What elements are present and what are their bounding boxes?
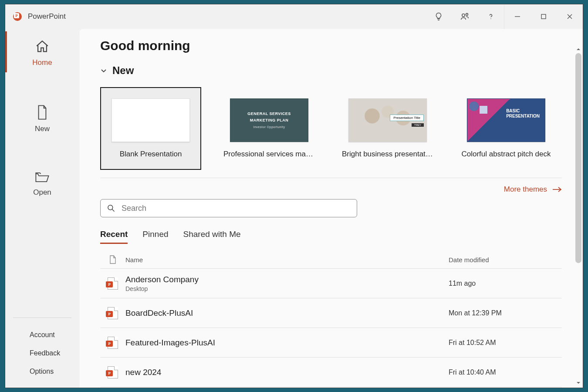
file-name: Featured-Images-PlusAI: [125, 338, 449, 348]
sidebar-item-label: New: [35, 125, 50, 133]
file-date: Fri at 10:40 AM: [449, 368, 562, 376]
thumb-subtext: Investor Opportunity: [253, 125, 285, 129]
scrollbar-thumb[interactable]: [575, 53, 581, 263]
file-name: new 2024: [125, 368, 449, 377]
sidebar-divider: [13, 318, 71, 318]
svg-point-8: [108, 205, 113, 210]
file-icon: P: [100, 366, 125, 378]
main-content: Good morning New Blank Presentation GENE…: [79, 29, 583, 388]
arrow-right-icon: [552, 186, 562, 193]
file-row[interactable]: PBoardDeck-PlusAIMon at 12:39 PM: [100, 298, 562, 328]
sidebar-item-label: Home: [32, 58, 52, 67]
header-name[interactable]: Name: [125, 256, 449, 264]
help-button[interactable]: [478, 4, 504, 29]
thumb-tag: Presentation Title: [390, 115, 424, 121]
thumb-text: GENERAL SERVICES: [247, 112, 291, 117]
minimize-icon: [514, 13, 521, 20]
file-name-cell: Featured-Images-PlusAI: [125, 338, 449, 348]
file-icon: P: [100, 307, 125, 319]
sidebar-bottom: Account Feedback Options: [5, 318, 79, 381]
ideas-button[interactable]: [426, 4, 452, 29]
maximize-button[interactable]: [531, 4, 557, 29]
file-row[interactable]: PFeatured-Images-PlusAIFri at 10:52 AM: [100, 328, 562, 358]
template-label: Colorful abstract pitch deck: [461, 150, 551, 159]
file-list: Name Date modified PAnderson CompanyDesk…: [100, 252, 562, 387]
sidebar-item-label: Open: [33, 188, 51, 197]
maximize-icon: [541, 14, 547, 20]
scroll-down-button[interactable]: [575, 380, 581, 386]
file-name: Anderson Company: [125, 275, 449, 284]
app-name: PowerPoint: [28, 12, 66, 21]
file-icon: P: [100, 277, 125, 290]
thumb-text: MARKETING PLAN: [250, 118, 289, 123]
home-icon: [35, 39, 50, 54]
file-name-cell: new 2024: [125, 368, 449, 377]
svg-point-2: [490, 18, 491, 19]
tab-pinned[interactable]: Pinned: [142, 230, 168, 244]
thumb-text-line: BASIC: [506, 108, 520, 113]
file-tabs: Recent Pinned Shared with Me: [100, 230, 562, 244]
thumb-text: BASIC PRESENTATION: [506, 108, 540, 119]
search-box[interactable]: [100, 199, 357, 217]
file-list-header: Name Date modified: [100, 252, 562, 269]
sidebar-item-new[interactable]: New: [5, 94, 79, 141]
close-button[interactable]: [557, 4, 583, 29]
window-caption-buttons: [426, 4, 583, 29]
file-icon: P: [100, 337, 125, 349]
sidebar: Home New Open Account Feedback Options: [5, 29, 79, 388]
sidebar-link-options[interactable]: Options: [5, 362, 79, 381]
new-section-header[interactable]: New: [100, 64, 562, 77]
main-pane: Good morning New Blank Presentation GENE…: [79, 29, 583, 388]
file-name-cell: Anderson CompanyDesktop: [125, 275, 449, 292]
titlebar: PowerPoint: [5, 4, 583, 29]
document-icon: [36, 105, 49, 120]
sidebar-item-home[interactable]: Home: [5, 29, 79, 75]
people-icon: [460, 11, 470, 22]
template-thumb: GENERAL SERVICES MARKETING PLAN Investor…: [230, 98, 308, 142]
section-title: New: [112, 64, 134, 77]
template-thumb: Presentation Title TREY: [348, 98, 427, 142]
document-icon: [109, 255, 116, 264]
template-label: Professional services marke…: [223, 150, 315, 159]
svg-line-9: [112, 210, 115, 212]
file-location: Desktop: [125, 285, 449, 292]
file-date: Mon at 12:39 PM: [449, 309, 562, 317]
template-blank[interactable]: Blank Presentation: [100, 87, 201, 170]
file-name-cell: BoardDeck-PlusAI: [125, 308, 449, 318]
scroll-up-button[interactable]: [575, 46, 581, 52]
file-date: Fri at 10:52 AM: [449, 339, 562, 347]
app-brand: PowerPoint: [5, 12, 66, 21]
file-row[interactable]: PAnderson CompanyDesktop11m ago: [100, 269, 562, 298]
minimize-button[interactable]: [504, 4, 531, 29]
template-label: Bright business presentation: [342, 150, 433, 159]
search-input[interactable]: [122, 204, 357, 213]
template-thumb: [112, 98, 190, 142]
header-date[interactable]: Date modified: [449, 256, 562, 264]
sidebar-link-account[interactable]: Account: [5, 326, 79, 344]
svg-point-0: [462, 14, 465, 17]
page-title: Good morning: [100, 38, 562, 53]
sidebar-link-feedback[interactable]: Feedback: [5, 344, 79, 362]
more-themes-link[interactable]: More themes: [100, 178, 562, 197]
file-date: 11m ago: [449, 280, 562, 287]
chevron-down-icon: [100, 67, 107, 74]
thumb-art: [469, 101, 491, 123]
thumb-brand: TREY: [412, 123, 424, 127]
powerpoint-app-icon: [13, 12, 22, 21]
more-themes-label: More themes: [504, 185, 547, 194]
file-name: BoardDeck-PlusAI: [125, 308, 449, 318]
template-marketing[interactable]: GENERAL SERVICES MARKETING PLAN Investor…: [219, 87, 320, 170]
file-row[interactable]: Pnew 2024Fri at 10:40 AM: [100, 358, 562, 387]
app-window: PowerPoint: [5, 4, 583, 388]
tab-shared[interactable]: Shared with Me: [183, 230, 241, 244]
template-abstract[interactable]: BASIC PRESENTATION Colorful abstract pit…: [456, 87, 557, 170]
svg-point-1: [466, 14, 468, 16]
share-button[interactable]: [452, 4, 478, 29]
tab-recent[interactable]: Recent: [100, 230, 128, 244]
template-label: Blank Presentation: [120, 150, 182, 159]
template-thumb: BASIC PRESENTATION: [467, 98, 545, 142]
lightbulb-icon: [434, 12, 443, 21]
template-bright[interactable]: Presentation Title TREY Bright business …: [337, 87, 438, 170]
sidebar-item-open[interactable]: Open: [5, 160, 79, 205]
templates-row: Blank Presentation GENERAL SERVICES MARK…: [100, 87, 562, 178]
